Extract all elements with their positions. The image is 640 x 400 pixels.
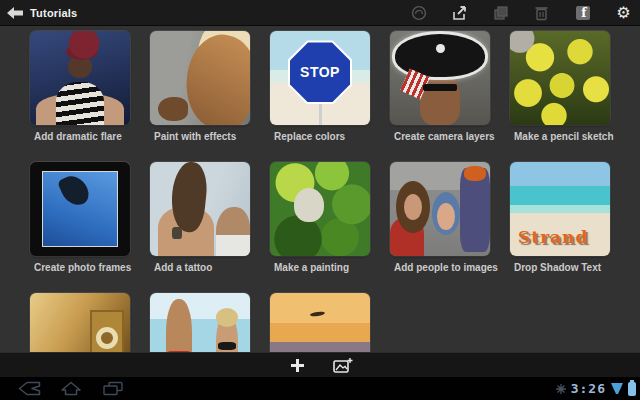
status-area[interactable]: 3:26: [556, 377, 636, 400]
tutorial-tile-create-camera-layers[interactable]: Create camera layers: [390, 31, 490, 162]
action-bar: Tutorials f ⚙: [0, 0, 640, 26]
home-nav-icon: [60, 381, 82, 396]
add-image-icon: [333, 357, 353, 374]
tutorial-tile-add-a-tattoo[interactable]: Add a tattoo: [150, 162, 250, 293]
share-icon[interactable]: [451, 5, 468, 22]
delete-icon[interactable]: [533, 5, 550, 22]
settings-gear-icon[interactable]: ⚙: [615, 5, 632, 22]
tutorial-thumbnail: [150, 162, 250, 256]
system-clock: 3:26: [571, 381, 606, 396]
tutorials-grid: Add dramatic flare Paint with effects ST…: [30, 31, 610, 400]
tutorial-label: Make a pencil sketch: [514, 131, 610, 142]
tutorial-tile-make-a-pencil-sketch[interactable]: Make a pencil sketch: [510, 31, 610, 162]
tutorial-thumbnail: [390, 162, 490, 256]
action-bar-icons: f ⚙: [410, 0, 632, 26]
tutorial-tile-add-dramatic-flare[interactable]: Add dramatic flare: [30, 31, 130, 162]
stop-sign-text: STOP: [300, 64, 340, 80]
tutorial-label: Make a painting: [274, 262, 370, 273]
photoshop-touch-tutorials-screen: Tutorials f ⚙ Add dramati: [0, 0, 640, 400]
tutorial-label: Add dramatic flare: [34, 131, 130, 142]
tutorial-label: Drop Shadow Text: [514, 262, 610, 273]
home-nav-button[interactable]: [50, 377, 92, 400]
tutorial-thumbnail: [150, 31, 250, 125]
tutorial-label: Replace colors: [274, 131, 370, 142]
back-nav-button[interactable]: [8, 377, 50, 400]
tutorial-label: Paint with effects: [154, 131, 250, 142]
tutorial-tile-add-people-to-images[interactable]: Add people to images: [390, 162, 490, 293]
tutorial-label: Create photo frames: [34, 262, 130, 273]
wifi-icon: [611, 383, 623, 394]
tutorial-label: Add people to images: [394, 262, 490, 273]
tutorial-label: Add a tattoo: [154, 262, 250, 273]
battery-icon: [628, 382, 636, 396]
page-title: Tutorials: [30, 7, 77, 19]
back-button[interactable]: [0, 0, 30, 26]
back-arrow-icon: [6, 4, 24, 22]
notification-icon: [556, 384, 566, 394]
creative-cloud-icon[interactable]: [410, 5, 427, 22]
tutorial-tile-replace-colors[interactable]: STOP Replace colors: [270, 31, 370, 162]
recent-apps-icon: [102, 381, 124, 396]
recent-apps-button[interactable]: [92, 377, 134, 400]
tutorial-label: Create camera layers: [394, 131, 490, 142]
bottom-toolbar: [0, 352, 640, 377]
tutorial-thumbnail: [30, 31, 130, 125]
back-nav-icon: [18, 381, 41, 396]
tutorial-tile-paint-with-effects[interactable]: Paint with effects: [150, 31, 250, 162]
system-bar: 3:26: [0, 377, 640, 400]
add-tutorial-button[interactable]: [287, 355, 307, 375]
tutorial-thumbnail: STOP: [270, 31, 370, 125]
tutorial-tile-create-photo-frames[interactable]: Create photo frames: [30, 162, 130, 293]
tutorial-tile-make-a-painting[interactable]: Make a painting: [270, 162, 370, 293]
tutorial-thumbnail: [30, 162, 130, 256]
duplicate-icon[interactable]: [492, 5, 509, 22]
tutorial-thumbnail: Strand: [510, 162, 610, 256]
facebook-icon[interactable]: f: [574, 5, 591, 22]
strand-art-text: Strand: [518, 227, 588, 247]
tutorial-thumbnail: [270, 162, 370, 256]
tutorial-thumbnail: [510, 31, 610, 125]
add-image-button[interactable]: [333, 355, 353, 375]
tutorial-thumbnail: [390, 31, 490, 125]
tutorial-tile-drop-shadow-text[interactable]: Strand Drop Shadow Text: [510, 162, 610, 293]
add-icon: [290, 358, 305, 373]
